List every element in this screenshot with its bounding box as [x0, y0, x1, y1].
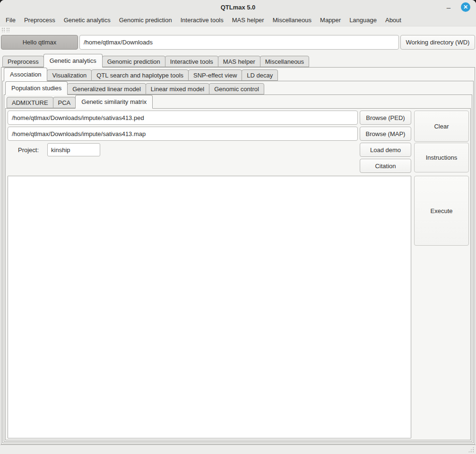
window-controls: – ✕: [447, 2, 476, 12]
spacer: [8, 159, 358, 173]
menu-bar: FilePreprocessGenetic analyticsGenomic p…: [0, 14, 476, 26]
app-window: QTLmax 5.0 – ✕ FilePreprocessGenetic ana…: [0, 0, 476, 454]
tab-ld-decay[interactable]: LD decay: [242, 69, 278, 81]
close-button[interactable]: ✕: [461, 2, 470, 12]
toolbar-grip-icon[interactable]: [6, 27, 10, 32]
map-file-input[interactable]: [8, 127, 358, 141]
output-console[interactable]: [8, 176, 411, 438]
tab-generalized-linear-model[interactable]: Generalized linear model: [67, 83, 146, 94]
menu-item-mas-helper[interactable]: MAS helper: [228, 14, 268, 26]
project-row: Project:: [8, 143, 358, 157]
ped-file-input[interactable]: [8, 111, 358, 125]
file-input-grid: Browse (PED) Browse (MAP) Project: Load …: [8, 111, 411, 173]
toolbar-grip-icon[interactable]: [1, 27, 5, 32]
tab-preprocess[interactable]: Preprocess: [2, 56, 44, 67]
menu-item-interactive-tools[interactable]: Interactive tools: [176, 14, 228, 26]
menu-item-genetic-analytics[interactable]: Genetic analytics: [60, 14, 115, 26]
pane-population-studies: ADMIXTUREPCAGenetic similarity matrix Br…: [4, 94, 472, 442]
load-demo-button[interactable]: Load demo: [360, 143, 411, 157]
browse-ped-button[interactable]: Browse (PED): [360, 111, 411, 125]
menu-item-genomic-prediction[interactable]: Genomic prediction: [115, 14, 176, 26]
menu-item-language[interactable]: Language: [345, 14, 381, 26]
citation-button[interactable]: Citation: [360, 159, 411, 173]
tab-bar-level3: Population studiesGeneralized linear mod…: [4, 83, 472, 94]
tab-population-studies[interactable]: Population studies: [5, 81, 68, 95]
tab-linear-mixed-model[interactable]: Linear mixed model: [146, 83, 209, 94]
tab-genomic-prediction[interactable]: Genomic prediction: [102, 56, 165, 67]
tab-interactive-tools[interactable]: Interactive tools: [165, 56, 218, 67]
pane-association: Population studiesGeneralized linear mod…: [2, 81, 474, 443]
tab-qtl-search-and-haplotype-tools[interactable]: QTL search and haplotype tools: [91, 69, 189, 81]
title-bar: QTLmax 5.0 – ✕: [0, 0, 476, 14]
menu-item-file[interactable]: File: [1, 14, 20, 26]
project-label: Project:: [18, 146, 39, 154]
tab-snp-effect-view[interactable]: SNP-effect view: [188, 69, 242, 81]
action-column: Clear Instructions Execute: [414, 111, 469, 438]
tab-bar-level4: ADMIXTUREPCAGenetic similarity matrix: [5, 96, 471, 108]
form-area: Browse (PED) Browse (MAP) Project: Load …: [8, 111, 411, 438]
instructions-button[interactable]: Instructions: [414, 143, 469, 172]
toolbar: Hello qtlmax Working directory (WD): [0, 26, 476, 55]
tab-mas-helper[interactable]: MAS helper: [218, 56, 260, 67]
working-directory-input[interactable]: [79, 35, 399, 50]
execute-button[interactable]: Execute: [414, 176, 469, 246]
tab-pca[interactable]: PCA: [53, 97, 76, 108]
close-icon: ✕: [463, 4, 468, 10]
menu-item-mapper[interactable]: Mapper: [316, 14, 345, 26]
tab-genomic-control[interactable]: Genomic control: [209, 83, 264, 94]
toolbar-row: Hello qtlmax Working directory (WD): [1, 35, 475, 50]
menu-item-miscellaneous[interactable]: Miscellaneous: [268, 14, 316, 26]
status-bar: [0, 445, 476, 454]
menu-item-preprocess[interactable]: Preprocess: [20, 14, 60, 26]
working-directory-button[interactable]: Working directory (WD): [400, 35, 475, 50]
tab-bar-level2: AssociationVisualizationQTL search and h…: [2, 69, 474, 81]
tab-genetic-analytics[interactable]: Genetic analytics: [43, 54, 103, 68]
resize-grip-icon[interactable]: [468, 446, 474, 453]
tab-genetic-similarity-matrix[interactable]: Genetic similarity matrix: [75, 95, 153, 109]
minimize-button[interactable]: –: [447, 4, 450, 11]
tab-miscellaneous[interactable]: Miscellaneous: [260, 56, 309, 67]
tab-association[interactable]: Association: [4, 68, 47, 81]
hello-qtlmax-button[interactable]: Hello qtlmax: [1, 35, 78, 50]
menu-item-about[interactable]: About: [381, 14, 406, 26]
tab-admixture[interactable]: ADMIXTURE: [7, 97, 53, 108]
clear-button[interactable]: Clear: [414, 111, 469, 142]
project-input[interactable]: [47, 143, 100, 156]
window-title: QTLmax 5.0: [0, 4, 476, 11]
tab-bar-level1: PreprocessGenetic analyticsGenomic predi…: [0, 55, 476, 67]
pane-genetic-analytics: AssociationVisualizationQTL search and h…: [1, 67, 475, 445]
pane-genetic-similarity-matrix: Browse (PED) Browse (MAP) Project: Load …: [5, 108, 471, 440]
browse-map-button[interactable]: Browse (MAP): [360, 127, 411, 141]
tab-visualization[interactable]: Visualization: [47, 69, 92, 81]
